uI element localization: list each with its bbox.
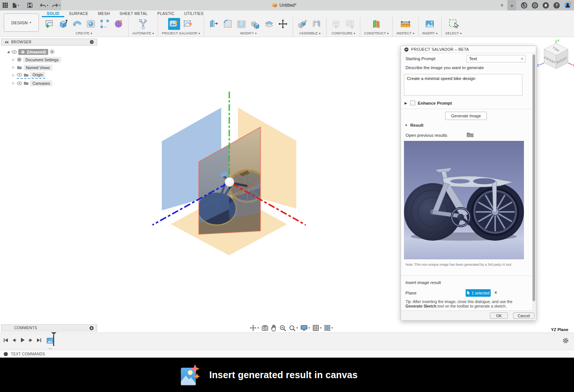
expander-icon[interactable]: ◢: [6, 50, 10, 53]
tree-item-label[interactable]: Named Views: [24, 65, 52, 71]
browser-item-document-settings[interactable]: ▷ Document Settings: [12, 56, 97, 64]
generate-sketch-tool-button[interactable]: [182, 18, 194, 30]
modify-menu[interactable]: MODIFY▾: [240, 31, 256, 35]
press-pull-button[interactable]: [208, 18, 220, 30]
pan-button[interactable]: [271, 325, 277, 331]
play-button[interactable]: [20, 337, 25, 343]
enhance-prompt-checkbox[interactable]: [410, 101, 415, 105]
tab-utilities[interactable]: UTILITIES: [179, 10, 209, 17]
look-at-button[interactable]: [262, 325, 268, 331]
shell-button[interactable]: [235, 18, 247, 30]
expander-icon[interactable]: ▷: [12, 58, 15, 61]
new-tab-button[interactable]: +: [508, 0, 516, 10]
browser-header[interactable]: BROWSER: [1, 38, 97, 46]
skip-to-start-button[interactable]: [3, 338, 8, 343]
timeline-playhead[interactable]: [53, 335, 54, 346]
recent-activity-icon[interactable]: [532, 2, 538, 9]
skip-to-end-button[interactable]: [37, 338, 42, 343]
tree-item-label[interactable]: Document Settings: [23, 57, 61, 63]
create-form-button[interactable]: [112, 18, 124, 30]
create-menu[interactable]: CREATE▾: [75, 31, 92, 35]
orbit-button[interactable]: ▾: [250, 324, 259, 331]
generate-image-button[interactable]: Generate Image: [445, 112, 487, 120]
notifications-bell-icon[interactable]: [543, 2, 549, 9]
prompt-textarea[interactable]: Create a minimal speed bike design: [404, 74, 522, 96]
tab-close-button[interactable]: ×: [499, 2, 505, 9]
file-menu-button[interactable]: ▾: [12, 3, 19, 8]
zoom-button[interactable]: [280, 325, 286, 331]
display-settings-button[interactable]: ▾: [300, 325, 310, 331]
combine-button[interactable]: [249, 18, 261, 30]
open-folder-icon[interactable]: [466, 132, 474, 138]
configure-table-button-disabled[interactable]: [344, 18, 356, 30]
user-avatar[interactable]: [564, 2, 571, 9]
clear-selection-icon[interactable]: ×: [494, 290, 497, 295]
prompt-type-select[interactable]: Text▾: [466, 55, 525, 62]
fillet-button[interactable]: [222, 18, 234, 30]
grid-layout-button[interactable]: ▾: [312, 325, 321, 331]
visibility-eye-icon[interactable]: [12, 50, 17, 54]
design-workspace-button[interactable]: DESIGN▾: [4, 13, 39, 32]
tab-mesh[interactable]: MESH: [93, 10, 115, 17]
insert-canvas-button[interactable]: [424, 18, 436, 30]
activate-radio-icon[interactable]: [50, 49, 55, 54]
collapse-panel-icon[interactable]: [4, 41, 8, 44]
dialog-scrollbar[interactable]: [532, 53, 536, 310]
configure-part-button-disabled[interactable]: [330, 18, 342, 30]
tree-item-label[interactable]: Canvases: [30, 80, 52, 86]
generate-image-tool-button[interactable]: [168, 18, 180, 30]
root-component-label[interactable]: (Unsaved): [18, 49, 48, 55]
expander-icon[interactable]: ▷: [12, 66, 15, 69]
generated-bike-image[interactable]: [404, 141, 524, 259]
plane-selection-badge[interactable]: 1 selected: [466, 289, 491, 297]
help-icon[interactable]: ?: [553, 2, 560, 9]
move-button[interactable]: [277, 18, 289, 30]
zoom-window-button[interactable]: ▾: [289, 325, 298, 331]
dialog-scrollbar-thumb[interactable]: [533, 55, 535, 301]
tree-item-label[interactable]: Origin: [30, 72, 45, 78]
select-menu[interactable]: SELECT▾: [445, 31, 462, 35]
inspect-menu[interactable]: INSPECT▾: [396, 31, 414, 35]
expander-icon[interactable]: ▷: [12, 81, 15, 85]
document-tab[interactable]: Untitled*: [61, 0, 507, 10]
browser-item-canvases[interactable]: ▷ Canvases: [12, 79, 97, 87]
3d-viewport-scene[interactable]: [149, 90, 310, 258]
tab-surface[interactable]: SURFACE: [64, 10, 93, 17]
tab-sheet-metal[interactable]: SHEET METAL: [115, 10, 152, 17]
assemble-menu[interactable]: ASSEMBLE▾: [299, 31, 320, 35]
add-comment-icon[interactable]: [89, 326, 94, 330]
tab-solid[interactable]: SOLID: [42, 10, 64, 17]
undo-button[interactable]: ▾: [40, 3, 48, 8]
cancel-button[interactable]: Cancel: [513, 312, 534, 319]
browser-item-origin[interactable]: ▷ Origin: [12, 71, 97, 79]
visibility-eye-icon[interactable]: [17, 81, 22, 85]
browser-root-row[interactable]: ◢ (Unsaved): [6, 48, 97, 56]
offset-face-button[interactable]: [263, 18, 275, 30]
view-cube[interactable]: Y Z X TOP FRONT RIGHT: [537, 39, 574, 78]
step-forward-button[interactable]: [28, 338, 33, 343]
tab-plastic[interactable]: PLASTIC: [152, 10, 179, 17]
hole-button[interactable]: [85, 18, 97, 30]
create-sketch-button[interactable]: [43, 18, 55, 30]
origin-point[interactable]: [225, 178, 234, 187]
text-commands-toggle-icon[interactable]: [4, 352, 8, 356]
panel-menu-icon[interactable]: [90, 40, 94, 44]
insert-menu[interactable]: INSERT▾: [422, 31, 438, 35]
job-status-icon[interactable]: [521, 2, 527, 9]
configure-menu[interactable]: CONFIGURE▾: [331, 31, 355, 35]
select-button[interactable]: [448, 18, 460, 30]
collapse-section-icon[interactable]: ▼: [405, 124, 408, 127]
result-section-header[interactable]: ▼ Result: [405, 123, 423, 127]
comments-header[interactable]: COMMENTS: [1, 324, 97, 331]
construct-menu[interactable]: CONSTRUCT▾: [364, 31, 389, 35]
viewports-button[interactable]: ▾: [324, 325, 333, 331]
collapse-dialog-icon[interactable]: [404, 47, 408, 52]
construct-plane-button[interactable]: [370, 18, 382, 30]
revolve-button[interactable]: [71, 18, 83, 30]
ok-button[interactable]: OK: [490, 312, 508, 319]
rectangular-pattern-button[interactable]: [99, 18, 111, 30]
app-grid-menu-icon[interactable]: [2, 2, 8, 8]
redo-button[interactable]: ▾: [52, 3, 60, 8]
automate-menu[interactable]: AUTOMATE▾: [132, 31, 154, 35]
text-commands-label[interactable]: TEXT COMMANDS: [11, 352, 45, 356]
